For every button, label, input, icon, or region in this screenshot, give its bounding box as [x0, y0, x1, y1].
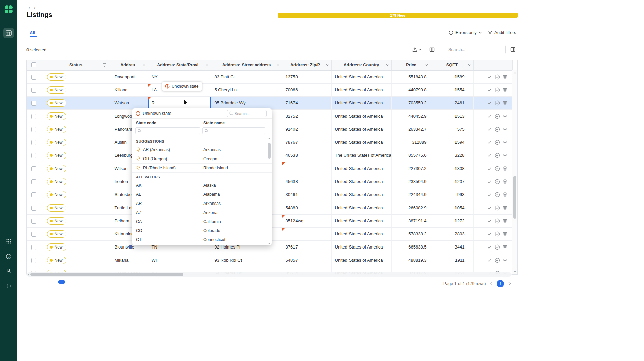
vertical-scrollbar-thumb[interactable]	[513, 176, 516, 219]
cell-status[interactable]: New	[41, 96, 111, 109]
cell-zip[interactable]: 32752	[282, 109, 331, 123]
cell-status[interactable]: New	[41, 227, 111, 240]
verify-button[interactable]	[495, 258, 500, 263]
row-checkbox[interactable]	[31, 114, 36, 119]
column-header-zip[interactable]: Address: Zip/P...	[282, 60, 331, 70]
verify-button[interactable]	[495, 100, 500, 106]
horizontal-scrollbar[interactable]	[26, 272, 512, 277]
verify-button[interactable]	[495, 192, 500, 197]
cell-status[interactable]: New	[41, 188, 111, 201]
breadcrumb-item[interactable]	[34, 5, 37, 10]
cell-price[interactable]: 855775.6	[391, 149, 431, 162]
delete-button[interactable]	[503, 231, 507, 236]
cell-sqft[interactable]: 1589	[431, 70, 473, 83]
apps-grid-icon[interactable]	[6, 239, 11, 244]
scroll-up-icon[interactable]	[514, 72, 516, 74]
logout-icon[interactable]	[6, 283, 11, 289]
export-button[interactable]	[412, 47, 421, 52]
cell-city[interactable]: Killona	[111, 83, 148, 96]
cell-status[interactable]: New	[41, 136, 111, 149]
cell-country[interactable]: United States of America	[331, 123, 391, 136]
cell-sqft[interactable]: 1054	[431, 201, 473, 214]
cell-zip[interactable]: 91402	[282, 123, 331, 136]
verify-button[interactable]	[495, 87, 500, 93]
cell-price[interactable]: 266082.9	[391, 201, 431, 214]
value-row[interactable]: AL Alabama	[132, 190, 272, 199]
cell-sqft[interactable]: 3228	[431, 149, 473, 162]
tab-all[interactable]: All	[30, 30, 35, 35]
column-header-price[interactable]: Price	[391, 60, 431, 70]
cell-country[interactable]: United States of America	[331, 240, 391, 254]
cell-status[interactable]: New	[41, 201, 111, 214]
cell-status[interactable]: New	[41, 83, 111, 96]
verify-button[interactable]	[495, 74, 500, 80]
approve-button[interactable]	[487, 87, 492, 92]
cell-sqft[interactable]: 1207	[431, 175, 473, 188]
cell-country[interactable]: United States of America	[331, 83, 391, 96]
delete-button[interactable]	[503, 244, 507, 250]
filter-lines-icon[interactable]	[102, 63, 107, 67]
row-checkbox[interactable]	[31, 192, 36, 197]
verify-button[interactable]	[495, 153, 500, 158]
cell-zip[interactable]: 54889	[282, 201, 331, 214]
cell-zip[interactable]: 45638	[282, 175, 331, 188]
horizontal-scrollbar-thumb[interactable]	[30, 273, 183, 276]
cell-status[interactable]: New	[41, 214, 111, 227]
cell-price[interactable]: 488819.3	[391, 254, 431, 267]
chevron-down-icon[interactable]	[205, 63, 209, 67]
page-size-option[interactable]	[49, 280, 57, 284]
cell-zip[interactable]: 71674	[282, 96, 331, 109]
delete-button[interactable]	[503, 87, 507, 92]
column-header-street[interactable]: Address: Street address	[211, 60, 282, 70]
cell-sqft[interactable]: 1911	[431, 254, 473, 267]
page-size-option[interactable]	[58, 280, 65, 284]
row-checkbox[interactable]	[31, 166, 36, 171]
sidebar-item-datasets[interactable]	[3, 28, 14, 38]
cell-state[interactable]: WI	[148, 254, 211, 267]
chevron-down-icon[interactable]	[386, 63, 389, 67]
cell-price[interactable]: 440790.8	[391, 83, 431, 96]
cell-country[interactable]: United States of America	[331, 175, 391, 188]
cell-country[interactable]: United States of America	[331, 227, 391, 240]
approve-button[interactable]	[487, 100, 492, 105]
search-input[interactable]	[448, 47, 502, 52]
scroll-down-icon[interactable]	[514, 270, 516, 272]
state-edit-cell[interactable]: NY	[148, 71, 211, 83]
delete-button[interactable]	[503, 205, 507, 210]
cell-city[interactable]: Watson	[111, 96, 148, 109]
cell-price[interactable]: 224344.9	[391, 188, 431, 201]
approve-button[interactable]	[487, 218, 492, 223]
cell-sqft[interactable]: 1594	[431, 136, 473, 149]
delete-button[interactable]	[503, 153, 507, 158]
approve-button[interactable]	[487, 166, 492, 171]
cell-status[interactable]: New	[41, 162, 111, 175]
cell-price[interactable]: 551843.8	[391, 70, 431, 83]
cell-price[interactable]: 238504.9	[391, 175, 431, 188]
cell-status[interactable]: New	[41, 70, 111, 83]
cell-status[interactable]: New	[41, 123, 111, 136]
state-edit-cell[interactable]: WI	[148, 254, 211, 267]
cell-price[interactable]: 312889	[391, 136, 431, 149]
suggestion-row[interactable]: OR (Oregon) Oregon	[132, 154, 272, 164]
cell-zip[interactable]: 54857	[282, 254, 331, 267]
cell-country[interactable]: United States of America	[331, 162, 391, 175]
audit-filters-button[interactable]: Audit filters	[488, 30, 516, 35]
value-row[interactable]: CO Colorado	[132, 226, 272, 235]
verify-button[interactable]	[495, 244, 500, 250]
cell-country[interactable]: United States of America	[331, 109, 391, 123]
verify-button[interactable]	[495, 114, 500, 119]
cell-street[interactable]: 95 Briardale Wy	[211, 96, 282, 109]
user-icon[interactable]	[6, 268, 11, 274]
approve-button[interactable]	[487, 153, 492, 158]
cell-country[interactable]: United States of America	[331, 136, 391, 149]
row-checkbox[interactable]	[31, 219, 36, 224]
value-row[interactable]: CT Connecticut	[132, 235, 272, 244]
row-checkbox[interactable]	[31, 101, 36, 106]
approve-button[interactable]	[487, 114, 492, 119]
value-row[interactable]: AZ Arizona	[132, 208, 272, 217]
cell-price[interactable]: 263342.7	[391, 123, 431, 136]
cell-price[interactable]: 387191.4	[391, 214, 431, 227]
delete-button[interactable]	[503, 218, 507, 223]
approve-button[interactable]	[487, 140, 492, 145]
delete-button[interactable]	[503, 192, 507, 197]
